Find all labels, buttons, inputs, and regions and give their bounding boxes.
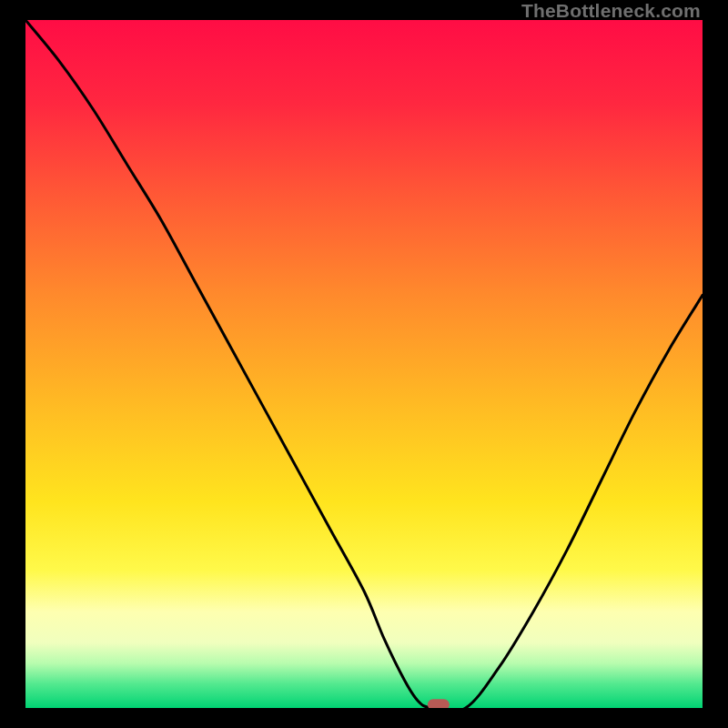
plot-area <box>25 20 703 708</box>
gradient-background <box>25 20 703 708</box>
bottleneck-chart-svg <box>25 20 703 708</box>
watermark-text: TheBottleneck.com <box>521 0 701 22</box>
minimum-marker <box>428 699 450 708</box>
chart-frame: TheBottleneck.com <box>0 0 728 728</box>
